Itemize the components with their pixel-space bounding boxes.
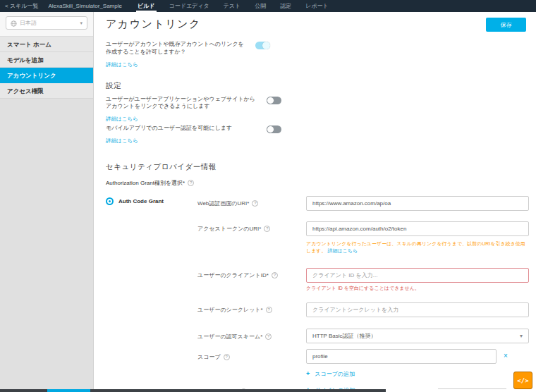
page-title: アカウントリンク — [106, 18, 201, 31]
mobile-auth-toggle[interactable] — [267, 125, 281, 133]
auth-scheme-select[interactable]: HTTP Basic認証（推奨） ▾ — [306, 329, 529, 343]
code-feedback-button[interactable]: </> — [513, 372, 532, 389]
auth-scheme-value: HTTP Basic認証（推奨） — [312, 332, 377, 340]
help-icon[interactable]: ? — [188, 180, 194, 186]
tab-test[interactable]: テスト — [224, 0, 241, 12]
app-link-toggle[interactable] — [267, 97, 281, 104]
help-icon[interactable]: ? — [224, 354, 230, 360]
sidebar-item-add-model[interactable]: モデルを追加 — [0, 52, 93, 68]
client-secret-label: ユーザーのシークレット* — [197, 306, 263, 314]
scope-input[interactable] — [306, 349, 497, 364]
sidebar-item-account-linking[interactable]: アカウントリンク — [0, 68, 93, 83]
language-label: 日本語 — [20, 19, 37, 27]
language-area: 日本語 ▾ — [0, 12, 93, 37]
app-link-setting-label: ユーザーがユーザーアプリケーションやウェブサイトからアカウントをリンクできるよう… — [106, 96, 257, 111]
sidebar-item-permissions[interactable]: アクセス権限 — [0, 83, 93, 99]
help-icon[interactable]: ? — [272, 272, 278, 278]
tab-certification[interactable]: 認定 — [280, 0, 291, 12]
app-link-details-link[interactable]: 詳細はこちら — [106, 116, 138, 123]
footer-bar-accent — [47, 389, 90, 392]
language-dropdown[interactable]: 日本語 ▾ — [6, 16, 87, 30]
add-scope-label: スコープの追加 — [315, 370, 355, 378]
plus-icon: + — [306, 370, 310, 377]
mobile-auth-setting-label: モバイルアプリでのユーザー認証を可能にします — [106, 125, 257, 133]
web-auth-uri-label: Web認証画面のURI* — [197, 200, 249, 207]
chevron-down-icon: ▾ — [80, 20, 83, 26]
mobile-auth-details-link[interactable]: 詳細はこちら — [106, 137, 138, 145]
account-link-question: ユーザーがアカウントや既存アカウントへのリンクを作成することを許可しますか？ — [106, 41, 245, 56]
tab-reports[interactable]: レポート — [305, 0, 329, 12]
client-id-input[interactable] — [306, 268, 529, 283]
access-token-uri-input[interactable] — [306, 221, 529, 236]
help-icon[interactable]: ? — [252, 200, 258, 207]
client-secret-input[interactable] — [306, 302, 529, 317]
auth-scheme-label: ユーザーの認可スキーム* — [197, 333, 262, 341]
tab-publish[interactable]: 公開 — [255, 0, 266, 12]
sidebar-item-smart-home[interactable]: スマート ホーム — [0, 37, 93, 52]
web-auth-uri-input[interactable] — [306, 196, 529, 211]
chevron-down-icon: ▾ — [520, 333, 523, 339]
settings-heading: 設定 — [106, 81, 526, 91]
globe-icon — [11, 17, 17, 30]
help-icon[interactable]: ? — [266, 307, 272, 313]
sidebar: 日本語 ▾ スマート ホーム モデルを追加 アカウントリンク アクセス権限 — [0, 12, 94, 392]
toggle-knob — [267, 97, 274, 104]
account-link-details-link[interactable]: 詳細はこちら — [106, 61, 138, 68]
main-content: アカウントリンク 保存 ユーザーがアカウントや既存アカウントへのリンクを作成する… — [95, 12, 536, 392]
auth-code-grant-radio[interactable] — [106, 197, 114, 205]
client-id-label: ユーザーのクライアントID* — [197, 271, 269, 279]
help-icon[interactable]: ? — [264, 226, 270, 232]
warning-details-link[interactable]: 詳細はこちら — [327, 248, 358, 253]
divider-line — [438, 388, 506, 389]
client-id-error: クライアント ID を空白にすることはできません。 — [306, 285, 529, 292]
toggle-knob — [262, 42, 270, 49]
access-token-uri-label: アクセストークンのURI* — [197, 225, 261, 233]
security-provider-heading: セキュリティプロバイダー情報 — [106, 162, 526, 172]
toggle-knob — [267, 125, 274, 133]
grant-type-label: Authorization Grant種別を選択* — [106, 179, 185, 187]
back-to-skill-list-link[interactable]: < スキル一覧 — [5, 2, 38, 10]
top-navigation: < スキル一覧 AlexaSkill_Simulator_Sample ビルド … — [0, 0, 536, 12]
tab-build[interactable]: ビルド — [138, 0, 155, 12]
account-link-toggle[interactable] — [255, 42, 270, 49]
remove-scope-icon[interactable]: × — [504, 353, 508, 360]
auth-code-grant-label: Auth Code Grant — [118, 198, 164, 204]
scope-label: スコープ — [197, 353, 221, 361]
help-icon[interactable]: ? — [265, 333, 272, 340]
add-scope-link[interactable]: + スコープの追加 — [306, 370, 526, 378]
save-button[interactable]: 保存 — [486, 18, 526, 32]
skill-name[interactable]: AlexaSkill_Simulator_Sample — [48, 3, 122, 9]
tab-code-editor[interactable]: コードエディタ — [169, 0, 209, 12]
